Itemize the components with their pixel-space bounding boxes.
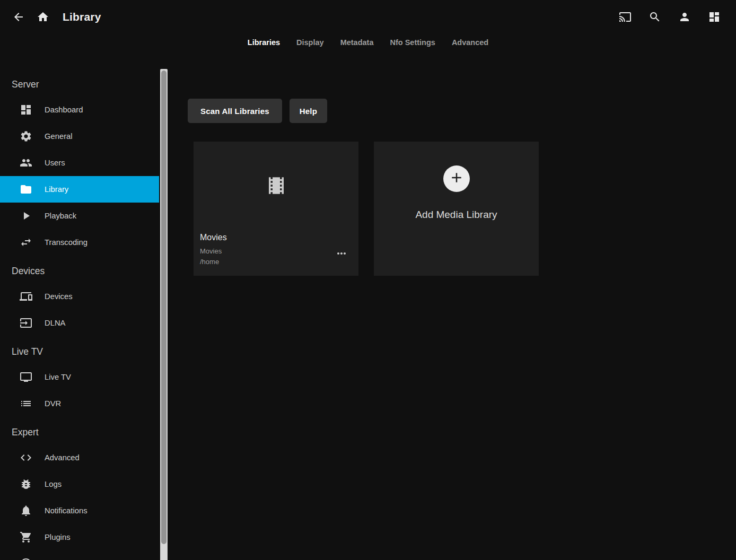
dashboard-grid-icon — [708, 11, 721, 23]
scan-all-libraries-button[interactable]: Scan All Libraries — [188, 99, 282, 123]
settings-tabs: Libraries Display Metadata Nfo Settings … — [0, 33, 736, 52]
sidebar-item-label: DVR — [45, 399, 61, 408]
sidebar-item-label: Dashboard — [45, 106, 83, 114]
library-path: /home — [200, 257, 352, 267]
tab[interactable]: Nfo Settings — [389, 36, 436, 49]
plus-circle — [443, 165, 470, 192]
cast-icon — [619, 11, 632, 23]
sidebar-item[interactable]: General — [0, 123, 159, 150]
search-icon — [649, 11, 661, 23]
sidebar-section: Devices Devices DLNA — [0, 259, 159, 336]
sidebar-item[interactable]: Library — [0, 176, 159, 203]
gear-icon — [20, 130, 32, 143]
sidebar-item[interactable]: Transcoding — [0, 229, 159, 256]
search-button[interactable] — [643, 5, 667, 29]
tab[interactable]: Metadata — [339, 36, 375, 49]
sidebar-item[interactable]: Dashboard — [0, 97, 159, 123]
sidebar-item-label: Library — [45, 185, 68, 194]
sidebar-item[interactable]: Users — [0, 150, 159, 176]
more-horiz-icon — [335, 247, 348, 261]
sidebar-item[interactable]: DVR — [0, 390, 159, 417]
bell-icon — [20, 504, 32, 517]
add-media-library-card[interactable]: Add Media Library — [374, 142, 539, 276]
sidebar-item[interactable]: DLNA — [0, 310, 159, 336]
sidebar: Server Dashboard General User — [0, 69, 159, 560]
sidebar-section-header: Devices — [0, 259, 159, 283]
sidebar-item-label: Devices — [45, 292, 73, 301]
users-icon — [20, 156, 32, 169]
bug-icon — [20, 478, 32, 491]
help-button[interactable]: Help — [290, 99, 327, 123]
home-button[interactable] — [31, 5, 55, 29]
sidebar-section: Expert Advanced Logs Notifica — [0, 420, 159, 560]
transcode-arrows-icon — [20, 236, 32, 249]
sidebar-section: Server Dashboard General User — [0, 72, 159, 256]
main-content: Scan All Libraries Help Movies Movies /h… — [170, 69, 736, 560]
app-header: Library — [0, 0, 736, 34]
sidebar-section-header: Expert — [0, 420, 159, 444]
scrollbar-thumb[interactable] — [161, 71, 167, 544]
sidebar-section-header: Live TV — [0, 339, 159, 364]
sidebar-item-label: General — [45, 132, 73, 141]
sidebar-item[interactable]: Devices — [0, 283, 159, 310]
tab[interactable]: Libraries — [247, 36, 281, 49]
clock-icon — [20, 557, 32, 560]
dashboard-grid-button[interactable] — [702, 5, 726, 29]
sidebar-item-label: Users — [45, 159, 65, 167]
sidebar-scrollbar[interactable] — [160, 69, 168, 560]
user-icon — [678, 11, 691, 23]
folder-icon — [20, 183, 32, 196]
page-title: Library — [63, 11, 101, 23]
library-cards: Movies Movies /home Add Media Library — [194, 142, 539, 276]
library-name: Movies — [200, 233, 352, 242]
cast-button[interactable] — [613, 5, 637, 29]
sidebar-item[interactable]: Plugins — [0, 524, 159, 550]
sidebar-item[interactable]: Live TV — [0, 364, 159, 390]
sidebar-item[interactable]: Advanced — [0, 444, 159, 471]
film-strip-icon — [265, 174, 287, 199]
sidebar-item-label: Playback — [45, 212, 76, 220]
sidebar-item-label: Live TV — [45, 373, 71, 381]
sidebar-item-label: Logs — [45, 480, 62, 488]
sidebar-item-label: Notifications — [45, 506, 87, 515]
sidebar-item-label: Transcoding — [45, 238, 87, 247]
sidebar-item[interactable]: Notifications — [0, 497, 159, 524]
tab[interactable]: Advanced — [451, 36, 489, 49]
devices-icon — [20, 290, 32, 303]
sidebar-section: Live TV Live TV DVR — [0, 339, 159, 417]
tv-icon — [20, 371, 32, 383]
sidebar-section-header: Server — [0, 72, 159, 97]
dashboard-icon — [20, 103, 32, 116]
dlna-input-icon — [20, 317, 32, 329]
cart-icon — [20, 531, 32, 544]
plus-icon — [449, 170, 465, 188]
sidebar-item-label: Plugins — [45, 533, 71, 541]
sidebar-item-label: Advanced — [45, 453, 80, 462]
add-media-library-label: Add Media Library — [415, 209, 497, 221]
library-collection-type: Movies — [200, 246, 352, 257]
sidebar-item[interactable]: Playback — [0, 203, 159, 229]
tab[interactable]: Display — [295, 36, 325, 49]
arrow-back-icon — [12, 11, 25, 23]
library-card: Movies Movies /home — [194, 142, 358, 276]
code-icon — [20, 451, 32, 464]
sidebar-item-label: DLNA — [45, 319, 65, 327]
sidebar-item[interactable]: Scheduled Tasks — [0, 550, 159, 560]
back-button[interactable] — [6, 5, 31, 29]
play-icon — [20, 209, 32, 222]
library-menu-button[interactable] — [333, 246, 350, 262]
home-icon — [37, 11, 49, 23]
sidebar-item[interactable]: Logs — [0, 471, 159, 497]
library-card-image[interactable] — [194, 142, 358, 232]
dvr-list-icon — [20, 397, 32, 410]
user-button[interactable] — [672, 5, 697, 29]
